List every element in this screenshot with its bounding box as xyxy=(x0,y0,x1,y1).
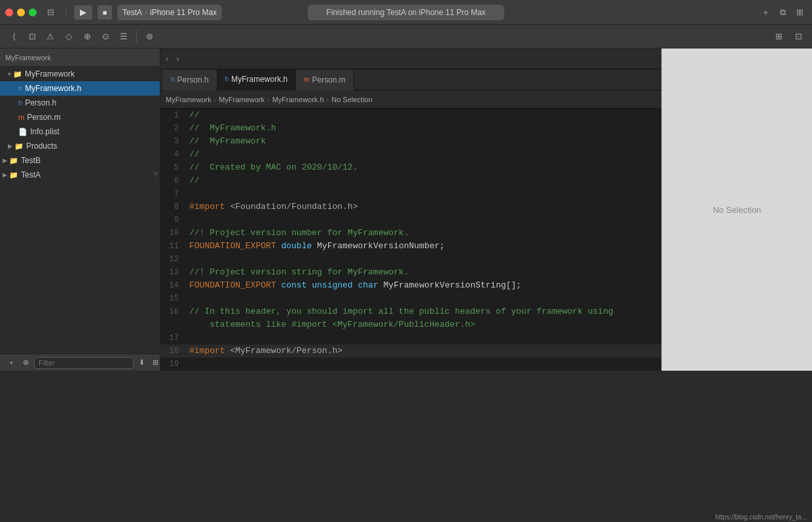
right-panel: No Selection xyxy=(661,48,812,371)
line-content-18: #import <MyFramework/Person.h> xyxy=(184,345,661,358)
line-content-1: // xyxy=(184,109,661,122)
line-content-11: FOUNDATION_EXPORT double MyFrameworkVers… xyxy=(184,240,661,253)
expand-arrow-products: ▶ xyxy=(8,143,12,149)
line-num-18: 18 xyxy=(160,345,184,358)
code-line-17: 17 xyxy=(160,331,661,345)
line-num-10: 10 xyxy=(160,227,184,240)
breadcrumb-no-selection[interactable]: No Selection xyxy=(331,96,372,103)
find-navigator-icon[interactable]: ⊕ xyxy=(79,28,96,45)
sidebar-item-testa[interactable]: ▶ 📁 TestA ? xyxy=(0,168,160,182)
line-num-5: 5 xyxy=(160,161,184,174)
no-selection-label: No Selection xyxy=(713,205,762,215)
breakpoint-navigator-icon[interactable]: ⊙ xyxy=(97,28,114,45)
line-num-4: 4 xyxy=(160,148,184,161)
symbol-navigator-icon[interactable]: ◇ xyxy=(60,28,77,45)
sidebar-bottom-sort-icon[interactable]: ⬇ xyxy=(136,357,147,368)
close-button[interactable] xyxy=(5,9,13,16)
line-content-5: // Created by MAC on 2020/10/12. xyxy=(184,161,661,174)
filter-input[interactable] xyxy=(34,357,134,369)
line-num-7: 7 xyxy=(160,187,184,200)
sidebar-bottom-add-icon[interactable]: ＋ xyxy=(5,356,18,369)
angle-bracket-8: <Foundation/Foundation.h> xyxy=(230,202,358,212)
line-num-14: 14 xyxy=(160,279,184,292)
testa-badge: ? xyxy=(153,171,157,179)
sidebar-item-myframework-group[interactable]: ▾ 📁 MyFramework xyxy=(0,67,160,81)
sidebar-label-testa: TestA xyxy=(21,170,41,179)
h-file-icon-myframeworkh: h xyxy=(18,84,22,92)
tab-icon-myframework-h: h xyxy=(225,75,229,83)
sidebar: MyFramework ▾ 📁 MyFramework h MyFramewor… xyxy=(0,48,160,371)
sidebar-label-info-plist: Info.plist xyxy=(30,127,60,136)
line-content-16: // In this header, you should import all… xyxy=(184,305,661,318)
device-name: iPhone 11 Pro Max xyxy=(150,8,217,17)
navigator-icon[interactable]: ⊡ xyxy=(24,28,41,45)
add-tab-icon[interactable]: ＋ xyxy=(758,5,773,20)
breadcrumb-bar: MyFramework › MyFramework › MyFramework.… xyxy=(160,90,661,109)
tab-person-h[interactable]: h Person.h xyxy=(163,69,217,90)
title-bar: ⊟ ▶ ■ TestA › iPhone 11 Pro Max Finished… xyxy=(0,0,812,25)
sidebar-item-products[interactable]: ▶ 📁 Products xyxy=(0,139,160,153)
code-line-11: 11 FOUNDATION_EXPORT double MyFrameworkV… xyxy=(160,240,661,253)
editor-area: ‹ › h Person.h h MyFramework.h m Person.… xyxy=(160,48,661,371)
sidebar-item-person-h[interactable]: h Person.h xyxy=(0,96,160,110)
sidebar-toggle-icon[interactable]: ⊟ xyxy=(43,5,58,20)
line-content-2: // MyFramework.h xyxy=(184,122,661,135)
minimize-button[interactable] xyxy=(17,9,25,16)
code-editor[interactable]: 1 // 2 // MyFramework.h 3 // MyFramework… xyxy=(160,109,661,371)
line-content-3: // MyFramework xyxy=(184,135,661,148)
editor-nav-forward[interactable]: › xyxy=(174,52,181,65)
scheme-selector[interactable]: TestA › iPhone 11 Pro Max xyxy=(117,5,222,20)
back-forward-icon[interactable]: ⟨ xyxy=(5,28,22,45)
line-content-8: #import <Foundation/Foundation.h> xyxy=(184,200,661,214)
code-line-1: 1 // xyxy=(160,109,661,122)
sidebar-item-myframework-h[interactable]: h MyFramework.h xyxy=(0,81,160,96)
sidebar-label-person-h: Person.h xyxy=(25,98,56,107)
sidebar-item-testb[interactable]: ▶ 📁 TestB xyxy=(0,153,160,168)
search-icon[interactable]: ⊛ xyxy=(141,28,158,45)
tab-person-m[interactable]: m Person.m xyxy=(296,69,354,90)
fullscreen-button[interactable] xyxy=(29,9,37,16)
line-num-13: 13 xyxy=(160,266,184,279)
import-keyword-18: #import xyxy=(189,346,225,356)
editor-nav-back[interactable]: ‹ xyxy=(163,52,171,65)
line-num-1: 1 xyxy=(160,109,184,122)
breadcrumb-myframeworkh[interactable]: MyFramework.h xyxy=(272,96,324,103)
code-line-19: 19 xyxy=(160,358,661,371)
line-num-12: 12 xyxy=(160,253,184,266)
tab-myframework-h[interactable]: h MyFramework.h xyxy=(217,69,297,90)
tab-label-myframework-h: MyFramework.h xyxy=(231,75,287,84)
line-content-16-cont: statements like #import <MyFramework/Pub… xyxy=(184,318,661,331)
debug-navigator-icon[interactable]: ☰ xyxy=(115,28,132,45)
code-line-4: 4 // xyxy=(160,148,661,161)
split-view-icon[interactable]: ⧉ xyxy=(775,5,790,20)
right-panel-icon[interactable]: ⊡ xyxy=(790,28,807,45)
line-content-14: FOUNDATION_EXPORT const unsigned char My… xyxy=(184,279,661,292)
sidebar-header: MyFramework xyxy=(0,48,160,67)
layout-icon[interactable]: ⊞ xyxy=(792,5,807,20)
line-num-3: 3 xyxy=(160,135,184,148)
code-line-5: 5 // Created by MAC on 2020/10/12. xyxy=(160,161,661,174)
issue-navigator-icon[interactable]: ⚠ xyxy=(42,28,59,45)
sidebar-bottom-group-icon[interactable]: ⊞ xyxy=(150,357,160,368)
sidebar-item-info-plist[interactable]: 📄 Info.plist xyxy=(0,124,160,139)
run-button[interactable]: ▶ xyxy=(74,5,92,20)
inspector-icon[interactable]: ⊞ xyxy=(770,28,787,45)
breadcrumb-myframework1[interactable]: MyFramework xyxy=(166,96,212,103)
stop-button[interactable]: ■ xyxy=(98,5,112,20)
line-num-6: 6 xyxy=(160,174,184,187)
sidebar-label-myframework-h: MyFramework.h xyxy=(25,84,81,93)
title-bar-right: ＋ ⧉ ⊞ xyxy=(758,5,807,20)
toolbar-sep-1 xyxy=(136,30,137,43)
m-file-icon-personm: m xyxy=(18,113,24,121)
toolbar: ⟨ ⊡ ⚠ ◇ ⊕ ⊙ ☰ ⊛ ⊞ ⊡ xyxy=(0,25,812,48)
status-text: Finished running TestA on iPhone 11 Pro … xyxy=(326,8,485,17)
sidebar-item-person-m[interactable]: m Person.m xyxy=(0,110,160,124)
code-line-10: 10 //! Project version number for MyFram… xyxy=(160,227,661,240)
expand-arrow-myframework: ▾ xyxy=(8,71,11,77)
tab-label-person-m: Person.m xyxy=(312,75,346,84)
line-num-8: 8 xyxy=(160,200,184,214)
angle-bracket-18: <MyFramework/Person.h> xyxy=(230,346,342,356)
status-bar: Finished running TestA on iPhone 11 Pro … xyxy=(308,5,504,20)
sidebar-bottom-filter-icon[interactable]: ⊛ xyxy=(20,357,31,368)
breadcrumb-myframework2[interactable]: MyFramework xyxy=(219,96,265,103)
